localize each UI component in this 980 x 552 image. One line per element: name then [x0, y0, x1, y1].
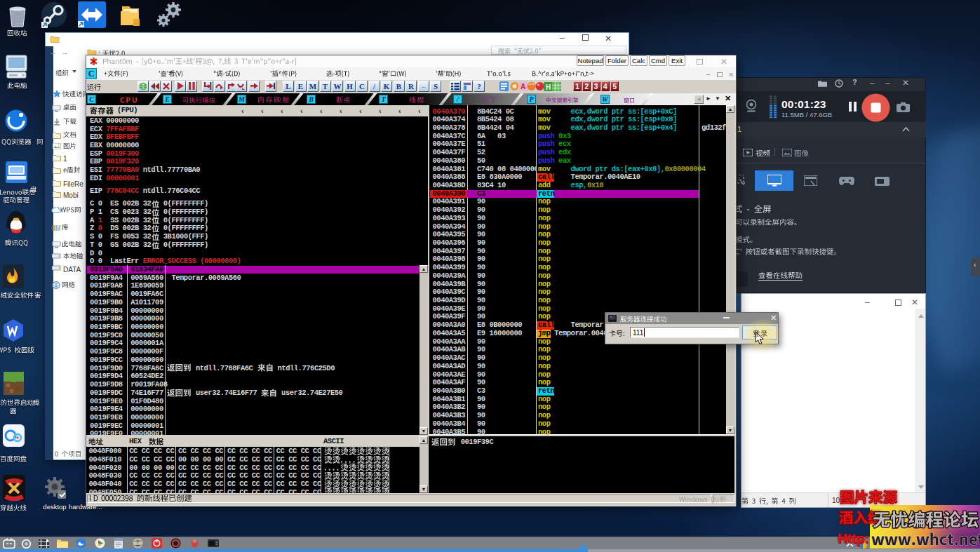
svg-text:H: H	[546, 83, 551, 91]
svg-text:A: A	[521, 83, 525, 90]
